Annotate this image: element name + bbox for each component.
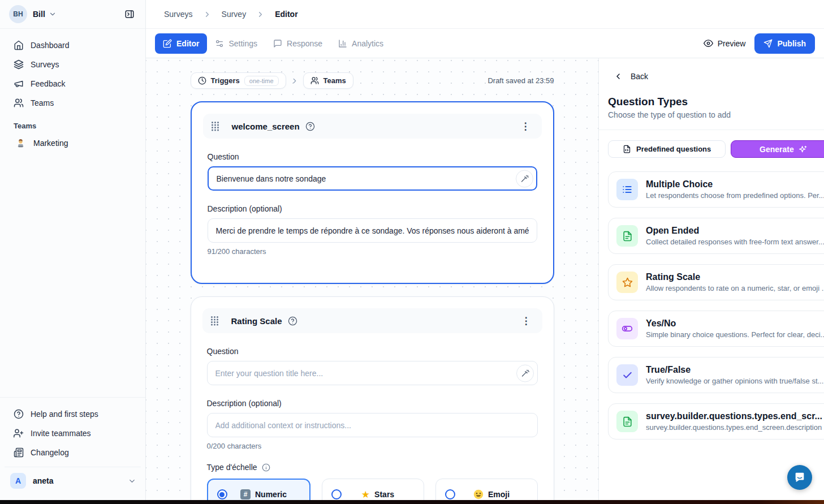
- drag-handle-icon[interactable]: [211, 121, 219, 131]
- question-type-yes-no[interactable]: Yes/No Simple binary choice questions. P…: [608, 311, 824, 347]
- one-time-badge: one-time: [244, 76, 279, 86]
- triggers-chip[interactable]: Triggers one-time: [191, 72, 286, 89]
- question-type-list: Multiple Choice Let respondents choose f…: [608, 171, 824, 440]
- publish-button[interactable]: Publish: [754, 33, 815, 54]
- scale-type-label: Type d'échelle: [207, 463, 257, 472]
- sidebar-item-dashboard[interactable]: Dashboard: [5, 36, 141, 55]
- question-label: Question: [207, 347, 542, 356]
- sidebar-item-marketing[interactable]: Marketing: [5, 133, 141, 153]
- scale-option-emoji[interactable]: Emoji: [435, 479, 538, 500]
- sidebar-item-invite[interactable]: Invite teammates: [5, 424, 141, 443]
- breadcrumb-editor: Editor: [275, 10, 297, 19]
- description-input[interactable]: [207, 413, 538, 437]
- panel-title: Question Types: [608, 96, 824, 108]
- generate-button[interactable]: Generate: [731, 140, 824, 158]
- chevron-down-icon[interactable]: [49, 10, 57, 18]
- org-switcher[interactable]: A aneta: [5, 467, 141, 496]
- option-label: Stars: [374, 490, 394, 499]
- chevron-right-icon: [291, 77, 299, 85]
- sidebar-item-help[interactable]: Help and first steps: [5, 404, 141, 424]
- question-type-description: Simple binary choice questions. Perfect …: [646, 330, 824, 339]
- tab-editor[interactable]: Editor: [155, 33, 207, 54]
- question-card-rating-scale[interactable]: Rating Scale ⋮ Question Description (opt…: [191, 296, 554, 500]
- radio-unselected[interactable]: [331, 489, 342, 499]
- message-square-icon: [273, 39, 282, 48]
- support-chat-button[interactable]: [787, 465, 812, 490]
- teams-section-label: Teams: [5, 113, 141, 133]
- option-label: Numeric: [255, 490, 287, 499]
- sidebar-item-label: Invite teammates: [31, 429, 91, 438]
- canvas-chip-row: Triggers one-time Teams Draft saved at 2…: [191, 72, 554, 89]
- info-icon[interactable]: [262, 463, 270, 472]
- radio-selected[interactable]: [217, 489, 227, 499]
- sidebar-header: BH Bill: [0, 0, 145, 29]
- scale-options: # Numeric ★ Stars: [207, 479, 538, 500]
- sidebar-item-label: Surveys: [31, 60, 59, 69]
- question-type-title: True/False: [646, 365, 823, 375]
- send-icon: [763, 39, 773, 48]
- user-name[interactable]: Bill: [33, 10, 45, 19]
- question-type-open-ended[interactable]: Open Ended Collect detailed responses wi…: [608, 218, 824, 254]
- kebab-menu-icon[interactable]: ⋮: [517, 119, 534, 133]
- magic-wand-button[interactable]: [516, 364, 534, 382]
- kebab-menu-icon[interactable]: ⋮: [518, 314, 534, 328]
- breadcrumb-surveys[interactable]: Surveys: [164, 10, 193, 19]
- tab-settings[interactable]: Settings: [207, 33, 265, 54]
- teams-chip[interactable]: Teams: [303, 72, 353, 89]
- question-input[interactable]: [208, 166, 537, 191]
- team-label: Marketing: [33, 139, 68, 148]
- sparkles-icon: [799, 145, 808, 154]
- back-button[interactable]: Back: [608, 72, 824, 81]
- sidebar-item-feedback[interactable]: Feedback: [5, 74, 141, 93]
- draft-status: Draft saved at 23:59: [488, 76, 554, 85]
- preview-button[interactable]: Preview: [704, 38, 746, 48]
- users-icon: [310, 76, 319, 85]
- sidebar-collapse-button[interactable]: [122, 6, 137, 22]
- description-input[interactable]: [208, 218, 537, 243]
- card-header: welcome_screen ⋮: [203, 114, 542, 139]
- sidebar-nav: Dashboard Surveys Feedback Teams Teams M…: [0, 29, 145, 153]
- question-type-end-screen[interactable]: survey.builder.questions.types.end_scr..…: [608, 403, 824, 440]
- user-avatar[interactable]: BH: [9, 5, 27, 23]
- sidebar-item-surveys[interactable]: Surveys: [5, 55, 141, 74]
- teams-chip-label: Teams: [323, 76, 346, 85]
- sidebar-item-changelog[interactable]: Changelog: [5, 443, 141, 462]
- char-count: 0/200 characters: [207, 442, 542, 450]
- question-input[interactable]: [207, 361, 538, 385]
- publish-label: Publish: [777, 39, 806, 48]
- panel-subtitle: Choose the type of question to add: [608, 110, 824, 119]
- question-types-panel: Back Question Types Choose the type of q…: [598, 58, 824, 500]
- sidebar-item-teams[interactable]: Teams: [5, 93, 141, 113]
- question-type-true-false[interactable]: True/False Verify knowledge or gather op…: [608, 357, 824, 393]
- question-type-multiple-choice[interactable]: Multiple Choice Let respondents choose f…: [608, 171, 824, 208]
- radio-unselected[interactable]: [445, 489, 455, 499]
- triggers-chip-label: Triggers: [211, 76, 240, 85]
- description-label: Description (optional): [207, 399, 542, 408]
- help-circle-icon[interactable]: [288, 316, 297, 326]
- breadcrumb-survey[interactable]: Survey: [222, 10, 247, 19]
- chevron-left-icon: [614, 72, 623, 81]
- magic-wand-button[interactable]: [516, 170, 533, 187]
- drag-handle-icon[interactable]: [210, 316, 219, 326]
- scale-option-stars[interactable]: ★ Stars: [322, 479, 424, 500]
- survey-canvas: Triggers one-time Teams Draft saved at 2…: [146, 58, 598, 500]
- magic-wand-icon: [521, 369, 529, 377]
- tab-response[interactable]: Response: [265, 33, 330, 54]
- question-type-title: Rating Scale: [646, 272, 824, 282]
- card-title: Rating Scale: [231, 316, 282, 326]
- question-card-welcome-screen[interactable]: welcome_screen ⋮ Question Description (o…: [191, 101, 554, 284]
- help-circle-icon: [14, 409, 24, 419]
- preview-label: Preview: [718, 39, 746, 48]
- newspaper-icon: [14, 447, 24, 458]
- users-icon: [14, 98, 24, 108]
- predefined-questions-button[interactable]: Predefined questions: [608, 140, 726, 158]
- tab-analytics[interactable]: Analytics: [330, 33, 391, 54]
- scale-option-numeric[interactable]: # Numeric: [207, 479, 310, 500]
- eye-icon: [704, 38, 713, 48]
- tab-label: Editor: [176, 39, 199, 48]
- chevron-down-icon: [128, 477, 136, 485]
- help-circle-icon[interactable]: [305, 122, 315, 131]
- question-type-title: survey.builder.questions.types.end_scr..…: [646, 411, 822, 421]
- question-type-description: Let respondents choose from predefined o…: [646, 191, 824, 200]
- question-type-rating-scale[interactable]: Rating Scale Allow respondents to rate o…: [608, 264, 824, 300]
